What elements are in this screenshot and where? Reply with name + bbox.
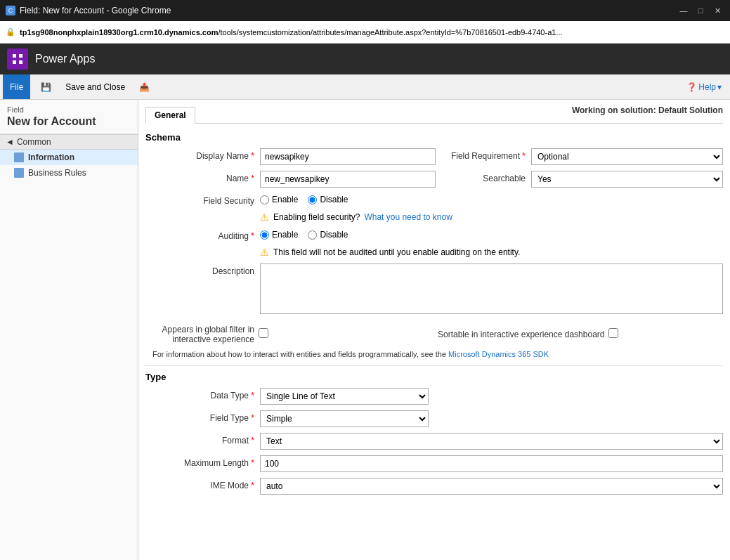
window-controls[interactable]: — □ ✕	[677, 4, 724, 18]
browser-icon: C	[6, 6, 15, 15]
maximize-button[interactable]: □	[693, 4, 708, 18]
info-text-row: For information about how to interact wi…	[152, 350, 723, 358]
format-label: Format *	[145, 433, 254, 445]
section-chevron: ◄	[6, 137, 14, 147]
schema-heading: Schema	[145, 132, 723, 143]
entity-label: Field	[7, 105, 131, 114]
auditing-warning-row: ⚠ This field will not be audited until y…	[260, 247, 723, 258]
display-name-required: *	[251, 151, 254, 161]
format-row: Format * Text Email URL Ticker Symbol Ph…	[145, 433, 723, 450]
field-requirement-label: Field Requirement *	[441, 148, 526, 161]
ime-mode-row: IME Mode * auto active inactive disabled	[145, 478, 723, 495]
sidebar-item-information-label: Information	[28, 152, 74, 162]
field-type-label: Field Type *	[145, 410, 254, 423]
close-button[interactable]: ✕	[710, 4, 724, 18]
field-requirement-control: Optional Business Recommended Business R…	[531, 148, 723, 165]
save-icon: 💾	[41, 82, 51, 92]
help-button[interactable]: ❓ Help ▾	[681, 79, 727, 95]
name-control	[260, 171, 436, 188]
ime-mode-control: auto active inactive disabled	[260, 478, 723, 495]
sidebar-item-information[interactable]: Information	[0, 150, 138, 165]
url-text[interactable]: tp1sg908nonphxplain18930org1.crm10.dynam…	[20, 28, 563, 37]
save-button[interactable]: 💾	[34, 77, 58, 97]
auditing-label: Auditing *	[145, 228, 254, 241]
name-input[interactable]	[260, 171, 436, 188]
data-type-row: Data Type * Single Line of Text Whole Nu…	[145, 388, 723, 405]
display-name-input[interactable]	[260, 148, 436, 165]
lock-icon: 🔒	[6, 27, 15, 37]
auditing-enable-radio[interactable]	[260, 230, 269, 240]
max-length-control	[260, 455, 723, 472]
auditing-disable-radio[interactable]	[308, 230, 317, 240]
max-length-row: Maximum Length *	[145, 455, 723, 472]
save-close-label: Save and Close	[65, 82, 125, 92]
content-area: Working on solution: Default Solution Ge…	[138, 100, 730, 560]
auditing-control: Enable Disable	[260, 228, 723, 240]
address-bar: 🔒 tp1sg908nonphxplain18930org1.crm10.dyn…	[0, 21, 730, 44]
sidebar-section-common: ◄ Common	[0, 134, 138, 150]
sdk-link[interactable]: Microsoft Dynamics 365 SDK	[448, 350, 549, 358]
title-text: Field: New for Account - Google Chrome	[20, 6, 171, 15]
description-row: Description	[145, 263, 723, 316]
format-control: Text Email URL Ticker Symbol Phone	[260, 433, 723, 450]
data-type-label: Data Type *	[145, 388, 254, 401]
sidebar: Field New for Account ◄ Common Informati…	[0, 100, 138, 560]
appears-in-filter-label: Appears in global filter in interactive …	[145, 322, 254, 344]
app-header: Power Apps	[0, 44, 730, 74]
name-label: Name *	[145, 171, 254, 183]
field-security-disable-label[interactable]: Disable	[308, 195, 348, 204]
section-label: Common	[17, 137, 51, 147]
file-button[interactable]: File	[3, 74, 30, 99]
appears-in-filter-checkbox[interactable]	[259, 328, 268, 338]
field-security-enable-radio[interactable]	[260, 195, 269, 204]
display-name-row: Display Name * Field Requirement * Optio…	[145, 148, 723, 165]
auditing-disable-label[interactable]: Disable	[308, 230, 348, 240]
field-security-warning-text: Enabling field security?	[273, 212, 360, 222]
help-dropdown-icon: ▾	[717, 82, 722, 92]
max-length-input[interactable]	[260, 455, 723, 472]
appears-in-filter-col: Appears in global filter in interactive …	[145, 322, 431, 344]
field-security-label: Field Security	[145, 193, 254, 206]
field-security-enable-label[interactable]: Enable	[260, 195, 298, 204]
field-security-row: Field Security Enable Disable	[145, 193, 723, 206]
description-label: Description	[145, 263, 254, 276]
svg-rect-2	[13, 60, 16, 64]
app-grid-button[interactable]	[7, 48, 28, 70]
url-domain: tp1sg908nonphxplain18930org1.crm10.dynam…	[20, 28, 218, 37]
sortable-col: Sortable in interactive experience dashb…	[438, 327, 723, 339]
sortable-checkbox[interactable]	[608, 328, 618, 338]
toolbar: File 💾 Save and Close 📤 ❓ Help ▾	[0, 74, 730, 100]
data-type-control: Single Line of Text Whole Number Decimal	[260, 388, 723, 405]
tab-general[interactable]: General	[145, 107, 195, 124]
format-select[interactable]: Text Email URL Ticker Symbol Phone	[260, 433, 723, 450]
publish-button[interactable]: 📤	[133, 77, 156, 97]
auditing-enable-label[interactable]: Enable	[260, 230, 298, 240]
information-icon	[14, 152, 24, 162]
minimize-button[interactable]: —	[677, 4, 691, 18]
max-length-label: Maximum Length *	[145, 455, 254, 468]
sidebar-item-business-rules[interactable]: Business Rules	[0, 165, 138, 181]
main-container: Field New for Account ◄ Common Informati…	[0, 100, 730, 560]
svg-rect-0	[13, 54, 16, 58]
help-label: Help	[698, 82, 716, 92]
grid-icon	[12, 53, 23, 65]
title-bar: C Field: New for Account - Google Chrome…	[0, 0, 730, 21]
save-and-close-button[interactable]: Save and Close	[59, 77, 131, 97]
publish-icon: 📤	[139, 82, 150, 92]
field-type-select[interactable]: Simple Calculated Rollup	[260, 410, 429, 427]
url-path: /tools/systemcustomization/attributes/ma…	[218, 28, 562, 37]
description-textarea[interactable]	[260, 263, 723, 314]
field-security-link[interactable]: What you need to know	[364, 212, 452, 222]
svg-rect-1	[19, 54, 22, 58]
field-requirement-select[interactable]: Optional Business Recommended Business R…	[531, 148, 723, 165]
working-solution: Working on solution: Default Solution	[572, 105, 723, 115]
app-title: Power Apps	[35, 53, 95, 65]
searchable-control: Yes No	[531, 171, 723, 188]
checkbox-row: Appears in global filter in interactive …	[145, 322, 723, 344]
field-security-disable-radio[interactable]	[308, 195, 317, 204]
ime-mode-select[interactable]: auto active inactive disabled	[260, 478, 723, 495]
ime-mode-label: IME Mode *	[145, 478, 254, 490]
data-type-select[interactable]: Single Line of Text Whole Number Decimal	[260, 388, 429, 405]
entity-title: New for Account	[7, 115, 131, 128]
searchable-select[interactable]: Yes No	[531, 171, 723, 188]
